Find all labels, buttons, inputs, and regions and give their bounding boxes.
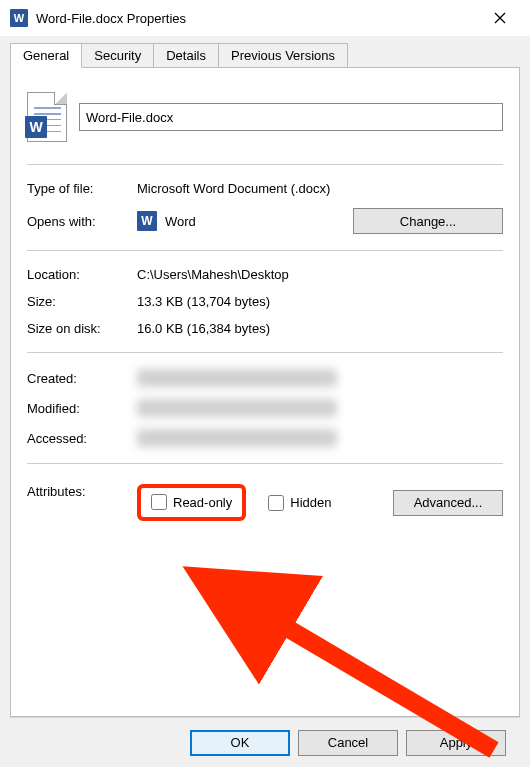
dialog-footer: OK Cancel Apply: [10, 717, 520, 767]
change-button[interactable]: Change...: [353, 208, 503, 234]
tab-general[interactable]: General: [10, 43, 82, 68]
divider: [27, 463, 503, 464]
location-value: C:\Users\Mahesh\Desktop: [137, 267, 503, 282]
cancel-button[interactable]: Cancel: [298, 730, 398, 756]
divider: [27, 250, 503, 251]
tab-previous-versions[interactable]: Previous Versions: [218, 43, 348, 68]
word-app-icon: W: [10, 9, 28, 27]
close-button[interactable]: [480, 3, 520, 33]
tab-details[interactable]: Details: [153, 43, 219, 68]
hidden-label: Hidden: [290, 495, 331, 510]
size-label: Size:: [27, 294, 137, 309]
annotation-highlight: Read-only: [137, 484, 246, 521]
modified-value-redacted: [137, 399, 337, 417]
size-on-disk-label: Size on disk:: [27, 321, 137, 336]
properties-dialog: W Word-File.docx Properties General Secu…: [0, 0, 530, 767]
accessed-label: Accessed:: [27, 431, 137, 446]
advanced-button[interactable]: Advanced...: [393, 490, 503, 516]
word-badge-icon: W: [25, 116, 47, 138]
type-of-file-label: Type of file:: [27, 181, 137, 196]
created-value-redacted: [137, 369, 337, 387]
opens-with-label: Opens with:: [27, 214, 137, 229]
read-only-label: Read-only: [173, 495, 232, 510]
tab-security[interactable]: Security: [81, 43, 154, 68]
opens-with-value: Word: [165, 214, 196, 229]
close-icon: [494, 12, 506, 24]
tab-strip: General Security Details Previous Versio…: [10, 42, 520, 68]
modified-label: Modified:: [27, 401, 137, 416]
accessed-value-redacted: [137, 429, 337, 447]
read-only-input[interactable]: [151, 494, 167, 510]
apply-button[interactable]: Apply: [406, 730, 506, 756]
size-value: 13.3 KB (13,704 bytes): [137, 294, 503, 309]
window-title: Word-File.docx Properties: [36, 11, 480, 26]
ok-button[interactable]: OK: [190, 730, 290, 756]
file-type-icon: W: [27, 92, 67, 142]
hidden-input[interactable]: [268, 495, 284, 511]
divider: [27, 352, 503, 353]
attributes-label: Attributes:: [27, 484, 137, 499]
titlebar: W Word-File.docx Properties: [0, 0, 530, 36]
location-label: Location:: [27, 267, 137, 282]
dialog-body: General Security Details Previous Versio…: [0, 36, 530, 767]
filename-input[interactable]: [79, 103, 503, 131]
created-label: Created:: [27, 371, 137, 386]
divider: [27, 164, 503, 165]
hidden-checkbox[interactable]: Hidden: [264, 493, 335, 513]
read-only-checkbox[interactable]: Read-only: [147, 492, 236, 512]
tab-panel-general: W Type of file: Microsoft Word Document …: [10, 67, 520, 717]
type-of-file-value: Microsoft Word Document (.docx): [137, 181, 503, 196]
size-on-disk-value: 16.0 KB (16,384 bytes): [137, 321, 503, 336]
word-small-icon: W: [137, 211, 157, 231]
